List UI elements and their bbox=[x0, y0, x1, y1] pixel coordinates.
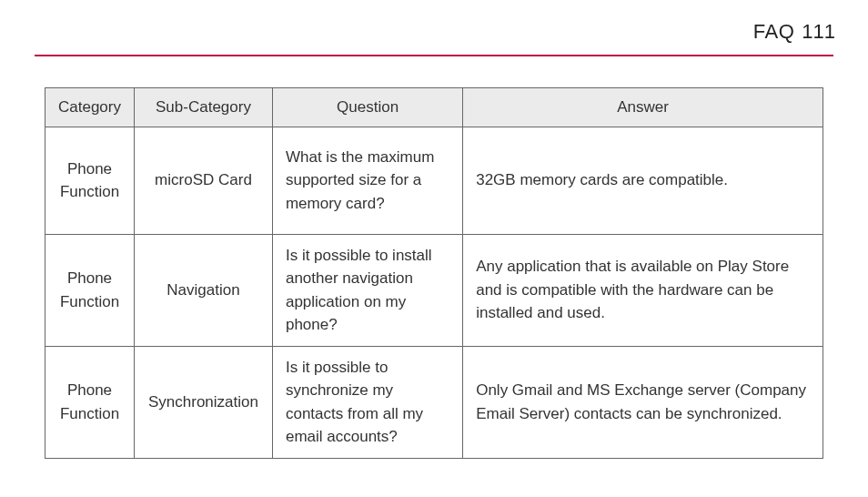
col-question: Question bbox=[272, 88, 462, 127]
section-title: FAQ bbox=[753, 20, 795, 44]
cell-sub-category: microSD Card bbox=[134, 127, 272, 234]
faq-table: Category Sub-Category Question Answer Ph… bbox=[45, 87, 823, 459]
table-row: Phone Function Synchronization Is it pos… bbox=[45, 346, 823, 458]
cell-answer: Only Gmail and MS Exchange server (Compa… bbox=[463, 346, 823, 458]
cell-category: Phone Function bbox=[45, 234, 135, 346]
cell-category: Phone Function bbox=[45, 127, 135, 234]
cell-question: Is it possible to install another naviga… bbox=[272, 234, 462, 346]
table-header-row: Category Sub-Category Question Answer bbox=[45, 88, 823, 127]
cell-answer: Any application that is available on Pla… bbox=[463, 234, 823, 346]
cell-sub-category: Navigation bbox=[134, 234, 272, 346]
col-category: Category bbox=[45, 88, 135, 127]
table-row: Phone Function Navigation Is it possible… bbox=[45, 234, 823, 346]
table-row: Phone Function microSD Card What is the … bbox=[45, 127, 823, 234]
header-rule bbox=[35, 55, 833, 56]
cell-question: Is it possible to synchronize my contact… bbox=[272, 346, 462, 458]
cell-sub-category: Synchronization bbox=[134, 346, 272, 458]
cell-answer: 32GB memory cards are compatible. bbox=[463, 127, 823, 234]
col-answer: Answer bbox=[463, 88, 823, 127]
col-sub-category: Sub-Category bbox=[134, 88, 272, 127]
page-header: FAQ 111 bbox=[35, 20, 835, 44]
cell-category: Phone Function bbox=[45, 346, 135, 458]
cell-question: What is the maximum supported size for a… bbox=[272, 127, 462, 234]
page-number: 111 bbox=[802, 20, 835, 44]
